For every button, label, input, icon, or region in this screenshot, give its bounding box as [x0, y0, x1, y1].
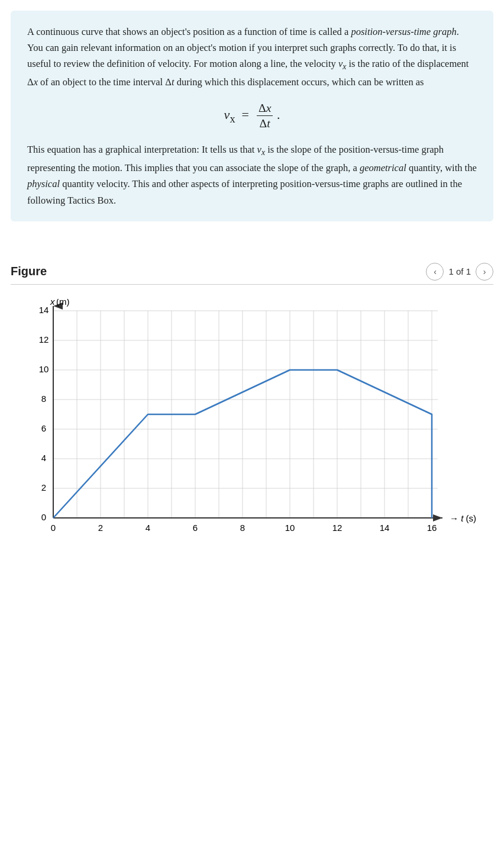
figure-prev-button[interactable]: ‹ [426, 263, 444, 281]
paragraph-2: This equation has a graphical interpreta… [27, 141, 477, 208]
x-tick-4: 4 [146, 523, 150, 533]
figure-title: Figure [11, 265, 47, 278]
x-tick-12: 12 [332, 523, 343, 533]
fraction-delta-x-over-t: Δx Δt [257, 101, 273, 131]
x-tick-8: 8 [240, 523, 245, 533]
x-tick-14: 14 [380, 523, 390, 533]
x-axis-label: → t (s) [450, 513, 476, 523]
y-tick-8: 8 [41, 394, 46, 404]
position-time-graph: 0 2 4 6 8 10 12 14 16 → t (s) 0 2 4 6 8 … [18, 299, 479, 548]
figure-next-button[interactable]: › [476, 263, 493, 281]
equation-display: vx = Δx Δt . [27, 101, 477, 131]
geometrical-italic: geometrical [360, 162, 406, 173]
delta-x-inline: Δx [27, 76, 38, 88]
fraction-denominator: Δt [258, 116, 272, 131]
y-axis-unit: (m) [56, 299, 70, 307]
x-tick-2: 2 [98, 523, 103, 533]
y-tick-12: 12 [39, 334, 49, 344]
y-tick-10: 10 [39, 364, 49, 374]
y-tick-0: 0 [41, 512, 46, 522]
italic-pvt: position-versus-time graph [351, 26, 456, 37]
x-tick-6: 6 [193, 523, 198, 533]
y-tick-2: 2 [41, 482, 46, 492]
delta-t-inline: Δt [165, 76, 174, 88]
figure-navigation: ‹ 1 of 1 › [426, 263, 493, 281]
y-tick-6: 6 [41, 423, 46, 433]
figure-divider [11, 284, 493, 285]
x-tick-10: 10 [285, 523, 295, 533]
y-tick-4: 4 [41, 453, 46, 463]
figure-header: Figure ‹ 1 of 1 › [0, 257, 504, 284]
x-tick-16: 16 [427, 523, 437, 533]
graph-container: 0 2 4 6 8 10 12 14 16 → t (s) 0 2 4 6 8 … [18, 299, 486, 548]
y-tick-14: 14 [39, 305, 49, 315]
y-axis-label: x [50, 299, 55, 307]
fraction-numerator: Δx [257, 101, 273, 117]
x-tick-0: 0 [51, 523, 56, 533]
paragraph-1: A continuous curve that shows an object'… [27, 24, 477, 91]
figure-page-indicator: 1 of 1 [448, 266, 471, 276]
description-box: A continuous curve that shows an object'… [11, 11, 493, 221]
physical-italic: physical [27, 178, 60, 189]
